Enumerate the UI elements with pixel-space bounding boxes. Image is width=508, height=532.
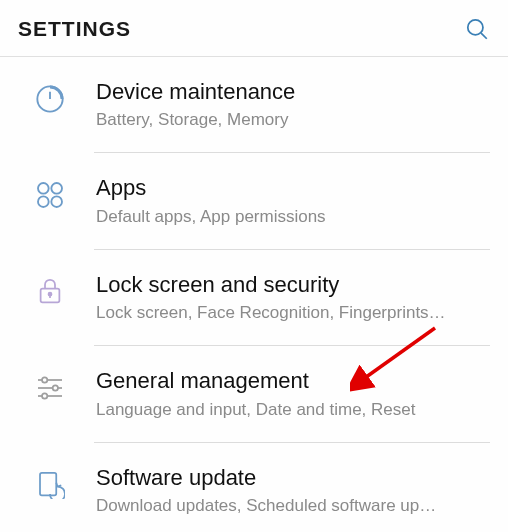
- svg-point-14: [42, 378, 47, 383]
- svg-point-4: [38, 183, 49, 194]
- svg-point-16: [42, 394, 47, 399]
- header: SETTINGS: [0, 0, 508, 57]
- apps-icon: [16, 175, 78, 211]
- svg-point-5: [51, 183, 62, 194]
- item-lock-screen-security[interactable]: Lock screen and security Lock screen, Fa…: [0, 250, 508, 346]
- svg-point-6: [38, 197, 49, 208]
- update-icon: [16, 465, 78, 499]
- item-title: Lock screen and security: [96, 272, 490, 298]
- item-title: Software update: [96, 465, 490, 491]
- item-subtitle: Lock screen, Face Recognition, Fingerpri…: [96, 302, 490, 324]
- svg-rect-17: [40, 473, 56, 496]
- svg-point-0: [468, 20, 483, 35]
- item-device-maintenance[interactable]: Device maintenance Battery, Storage, Mem…: [0, 57, 508, 153]
- svg-point-15: [53, 386, 58, 391]
- item-title: General management: [96, 368, 490, 394]
- item-subtitle: Default apps, App permissions: [96, 206, 490, 228]
- sliders-icon: [16, 368, 78, 404]
- device-maintenance-icon: [16, 79, 78, 115]
- item-title: Device maintenance: [96, 79, 490, 105]
- settings-list: Device maintenance Battery, Storage, Mem…: [0, 57, 508, 532]
- svg-point-7: [51, 197, 62, 208]
- item-apps[interactable]: Apps Default apps, App permissions: [0, 153, 508, 249]
- item-general-management[interactable]: General management Language and input, D…: [0, 346, 508, 442]
- page-title: SETTINGS: [18, 17, 131, 41]
- item-subtitle: Language and input, Date and time, Reset: [96, 399, 490, 421]
- lock-icon: [16, 272, 78, 306]
- search-icon[interactable]: [464, 16, 490, 42]
- item-software-update[interactable]: Software update Download updates, Schedu…: [0, 443, 508, 532]
- item-subtitle: Battery, Storage, Memory: [96, 109, 490, 131]
- svg-line-1: [481, 33, 487, 39]
- item-title: Apps: [96, 175, 490, 201]
- item-subtitle: Download updates, Scheduled software up…: [96, 495, 490, 517]
